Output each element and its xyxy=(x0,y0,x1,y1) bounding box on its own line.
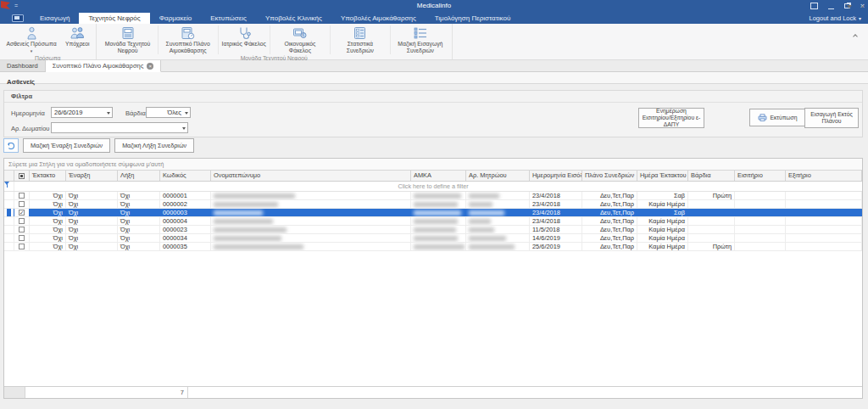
application-icon[interactable] xyxy=(12,14,24,22)
column-header[interactable]: Βάρδια xyxy=(688,171,735,181)
row-checkbox[interactable]: ✓ xyxy=(19,210,25,216)
table-row[interactable]: ✓ΌχιΌχιΌχι000000323/4/2018Δευ,Τετ,ΠαρΣαβ xyxy=(4,209,862,217)
mass-list-icon xyxy=(413,26,428,40)
table-row[interactable]: ΌχιΌχιΌχι000003414/6/2019Δευ,Τετ,ΠαρΚαμί… xyxy=(4,234,862,243)
row-checkbox[interactable] xyxy=(19,193,25,199)
row-checkbox[interactable] xyxy=(19,201,25,207)
row-checkbox[interactable] xyxy=(19,244,25,249)
select-all-cell[interactable] xyxy=(14,171,30,181)
column-header[interactable]: Πλάνο Συνεδριών xyxy=(582,171,637,181)
column-header[interactable]: Εισιτήριο xyxy=(735,171,786,181)
cell-imera: Καμία Ημέρα xyxy=(637,200,688,208)
redacted-text xyxy=(469,244,515,249)
ribbon-button-label: Συνοπτικό Πλάνο Αιμοκάθαρσης xyxy=(162,41,214,54)
cell-mitroo xyxy=(466,226,530,233)
ribbon-button-people[interactable]: Υπόχρεοι xyxy=(62,25,94,54)
column-header[interactable]: Αρ. Μητρώου xyxy=(466,171,530,181)
cell-plano: Δευ,Τετ,Παρ xyxy=(582,192,637,199)
ribbon-button-plan[interactable]: Συνοπτικό Πλάνο Αιμοκάθαρσης xyxy=(159,25,219,54)
cell-eisitirio xyxy=(735,217,786,225)
column-header[interactable]: Έκτακτο xyxy=(30,171,66,181)
ribbon-button-stethoscope[interactable]: Ιατρικός Φάκελος xyxy=(219,25,270,54)
ribbon-button-finance[interactable]: €Οικονομικός Φάκελος xyxy=(270,25,331,54)
ribbon-button-stats[interactable]: Στατιστικά Συνεδριών xyxy=(331,25,391,54)
patient-icon xyxy=(24,26,39,40)
row-checkbox[interactable] xyxy=(19,235,25,241)
ribbon-button-dialysis-unit[interactable]: Μονάδα Τεχνητού Νεφρού xyxy=(98,25,159,54)
row-checkbox-cell[interactable]: ✓ xyxy=(14,209,30,216)
ribbon-button-label: Ασθενείς Πρόσωπα ▾ xyxy=(5,41,58,54)
cell-eisitirio xyxy=(735,226,786,233)
cell-mitroo xyxy=(466,217,530,225)
row-indicator-cell xyxy=(4,209,14,216)
column-header[interactable]: ΑΜΚΑ xyxy=(411,171,466,181)
cell-name xyxy=(211,243,411,250)
room-combobox[interactable] xyxy=(51,122,188,133)
row-checkbox-cell[interactable] xyxy=(14,234,30,242)
tab-close-icon[interactable]: × xyxy=(147,63,153,70)
tab-list-dropdown-icon[interactable] xyxy=(847,5,852,8)
redacted-text xyxy=(469,236,506,241)
document-tab[interactable]: Συνοπτικό Πλάνο Αιμοκάθαρσης× xyxy=(46,60,162,72)
cell-enarxi: Όχι xyxy=(66,209,118,216)
ribbon-button-label: Μονάδα Τεχνητού Νεφρού xyxy=(102,41,154,54)
redacted-text xyxy=(214,202,278,207)
close-tab-icon[interactable]: × xyxy=(860,3,865,10)
menu-tab[interactable]: Τεχνητός Νεφρός xyxy=(79,13,149,24)
insert-off-plan-button[interactable]: Εισαγωγή Εκτός Πλάνου xyxy=(804,108,859,128)
menu-tab[interactable]: Υποβολές Αιμοκάθαρσης xyxy=(331,13,426,24)
menu-tab[interactable]: Εισαγωγή xyxy=(31,13,79,24)
menu-tab[interactable]: Εκτυπώσεις xyxy=(201,13,256,24)
table-row[interactable]: ΌχιΌχιΌχι000000123/4/2018Δευ,Τετ,ΠαρΣαβΠ… xyxy=(4,192,862,200)
cell-lixi: Όχι xyxy=(118,209,160,216)
document-tab[interactable]: Dashboard xyxy=(0,60,46,71)
row-checkbox[interactable] xyxy=(19,218,25,224)
redacted-text xyxy=(214,193,295,199)
column-header[interactable]: Εξιτήριο xyxy=(786,171,862,181)
update-edapy-button[interactable]: Ενημέρωση Εισιτηρίου/Εξιτηρίου ε-ΔΑΠΥ xyxy=(638,108,704,128)
cell-eisitirio xyxy=(735,200,786,208)
logout-button[interactable]: Logout and Lock▾ xyxy=(810,13,861,25)
refresh-button[interactable] xyxy=(3,138,19,153)
column-header[interactable]: Έναρξη xyxy=(66,171,118,181)
svg-text:€: € xyxy=(303,32,305,37)
ribbon-button-patient[interactable]: Ασθενείς Πρόσωπα ▾ xyxy=(2,25,62,54)
filter-hint[interactable]: Click here to define a filter xyxy=(4,182,862,191)
footer-corner-cell xyxy=(4,387,25,398)
group-by-panel[interactable]: Σύρετε μια Στήλη για να ομαδοποιήσετε σύ… xyxy=(4,159,862,171)
print-button[interactable]: Εκτύπωση xyxy=(749,109,806,126)
table-row[interactable]: ΌχιΌχιΌχι000003525/6/2019Δευ,Τετ,ΠαρΚαμί… xyxy=(4,243,862,251)
grid-filter-row[interactable]: Click here to define a filter xyxy=(4,182,862,192)
minimize-icon[interactable] xyxy=(828,8,834,9)
menu-tab[interactable]: Τιμολόγηση Περιστατικού xyxy=(426,13,520,24)
cell-lixi: Όχι xyxy=(118,226,160,233)
row-checkbox[interactable] xyxy=(19,227,25,233)
column-header[interactable]: Ημερομηνία Εισόδου xyxy=(530,171,582,181)
cell-exitirio xyxy=(786,243,862,250)
row-checkbox-cell[interactable] xyxy=(14,226,30,233)
table-row[interactable]: ΌχιΌχιΌχι000002311/5/2018Δευ,Τετ,ΠαρΚαμί… xyxy=(4,226,862,234)
menu-tab[interactable]: Υποβολές Κλινικής xyxy=(256,13,331,24)
column-header[interactable]: Κωδικός xyxy=(160,171,211,181)
mass-start-sessions-button[interactable]: Μαζική Έναρξη Συνεδριών xyxy=(23,138,110,153)
row-checkbox-cell[interactable] xyxy=(14,192,30,199)
row-checkbox-cell[interactable] xyxy=(14,217,30,225)
select-all-checkbox[interactable] xyxy=(19,173,25,179)
shift-combobox[interactable]: Όλες xyxy=(146,107,191,118)
cell-eisodos: 23/4/2018 xyxy=(530,200,582,208)
ribbon-button-mass-list[interactable]: Μαζική Εισαγωγή Συνεδριών xyxy=(391,25,450,54)
table-row[interactable]: ΌχιΌχιΌχι000000423/4/2018Δευ,Τετ,ΠαρΚαμί… xyxy=(4,217,862,226)
row-checkbox-cell[interactable] xyxy=(14,243,30,250)
table-row[interactable]: ΌχιΌχιΌχι000000223/4/2018Δευ,Τετ,ΠαρΚαμί… xyxy=(4,200,862,209)
menu-tab[interactable]: Φαρμακείο xyxy=(150,13,202,24)
column-header[interactable]: Ονοματεπώνυμο xyxy=(211,171,411,181)
cell-mitroo xyxy=(466,200,530,208)
column-header[interactable]: Ημέρα Έκτακτου xyxy=(637,171,688,181)
row-checkbox-cell[interactable] xyxy=(14,200,30,208)
theme-icon[interactable] xyxy=(810,3,818,9)
mass-end-sessions-button[interactable]: Μαζική Λήξη Συνεδριών xyxy=(114,138,194,153)
collapse-ribbon-button[interactable] xyxy=(854,26,860,32)
column-header[interactable]: Λήξη xyxy=(118,171,160,181)
cell-eisodos: 23/4/2018 xyxy=(530,217,582,225)
date-combobox[interactable]: 26/6/2019 xyxy=(51,107,113,118)
